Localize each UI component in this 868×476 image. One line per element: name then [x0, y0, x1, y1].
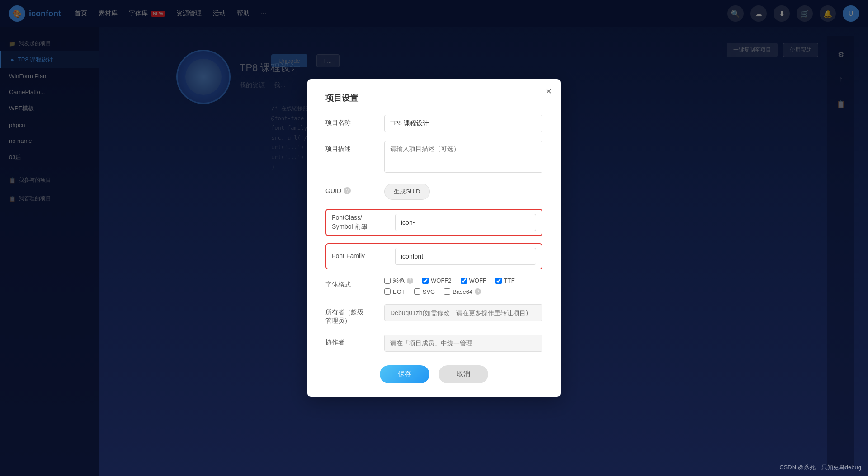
checkbox-base64-input[interactable]: [444, 288, 450, 295]
checkbox-woff2-input[interactable]: [422, 278, 429, 284]
collaborator-row: 协作者: [326, 335, 542, 352]
checkbox-woff-input[interactable]: [461, 278, 467, 284]
fontfamily-row-highlighted: Font Family: [326, 243, 542, 269]
checkbox-base64[interactable]: Base64 ?: [444, 288, 481, 295]
modal-close-button[interactable]: ×: [546, 86, 552, 96]
project-desc-row: 项目描述: [326, 141, 542, 174]
checkbox-svg[interactable]: SVG: [414, 288, 435, 295]
save-button[interactable]: 保存: [380, 365, 429, 383]
fontclass-input[interactable]: [395, 214, 536, 231]
checkbox-ttf[interactable]: TTF: [495, 277, 515, 285]
modal-overlay: × 项目设置 项目名称 项目描述 GUID ? 生成GUID: [0, 0, 868, 476]
owner-input: [384, 304, 542, 321]
base64-help-icon[interactable]: ?: [475, 288, 481, 295]
checkbox-color-input[interactable]: [384, 278, 391, 284]
collaborator-input: [384, 335, 542, 352]
owner-control: [384, 304, 542, 321]
guid-row: GUID ? 生成GUID: [326, 184, 542, 200]
project-desc-label: 项目描述: [326, 141, 384, 154]
fontfamily-label: Font Family: [332, 252, 391, 261]
watermark: CSDN @杀死一只知更鸟debug: [779, 463, 861, 471]
collaborator-label: 协作者: [326, 335, 384, 347]
guid-help-icon[interactable]: ?: [344, 187, 351, 194]
project-name-control: [384, 115, 542, 132]
modal-title: 项目设置: [326, 93, 542, 104]
guid-label-container: GUID ?: [326, 184, 384, 194]
fontclass-row-highlighted: FontClass/ Symbol 前缀: [326, 209, 542, 236]
color-help-icon[interactable]: ?: [407, 278, 413, 284]
fontfamily-input[interactable]: [395, 248, 536, 265]
guid-control: 生成GUID: [384, 184, 542, 200]
checkbox-svg-input[interactable]: [414, 288, 420, 295]
font-format-label: 字体格式: [326, 277, 384, 289]
fontfamily-control: [395, 248, 536, 265]
owner-row: 所有者（超级 管理员）: [326, 304, 542, 325]
generate-guid-button[interactable]: 生成GUID: [384, 184, 430, 200]
project-desc-control: [384, 141, 542, 174]
project-name-label: 项目名称: [326, 115, 384, 127]
modal-actions: 保存 取消: [326, 365, 542, 383]
checkbox-woff[interactable]: WOFF: [461, 277, 486, 285]
settings-modal: × 项目设置 项目名称 项目描述 GUID ? 生成GUID: [307, 79, 561, 396]
checkbox-group: 彩色 ? WOFF2 WOFF TTF: [384, 277, 542, 295]
font-format-control: 彩色 ? WOFF2 WOFF TTF: [384, 277, 542, 295]
font-format-row: 字体格式 彩色 ? WOFF2 WOFF: [326, 277, 542, 295]
checkbox-woff2[interactable]: WOFF2: [422, 277, 452, 285]
checkbox-eot-input[interactable]: [384, 288, 391, 295]
cancel-button[interactable]: 取消: [439, 365, 488, 383]
checkbox-color[interactable]: 彩色 ?: [384, 277, 413, 285]
project-name-row: 项目名称: [326, 115, 542, 132]
owner-label: 所有者（超级 管理员）: [326, 304, 384, 325]
project-name-input[interactable]: [384, 115, 542, 132]
checkbox-eot[interactable]: EOT: [384, 288, 405, 295]
project-desc-textarea[interactable]: [384, 141, 542, 173]
collaborator-control: [384, 335, 542, 352]
fontclass-control: [395, 214, 536, 231]
fontclass-label: FontClass/ Symbol 前缀: [332, 213, 391, 231]
checkbox-ttf-input[interactable]: [495, 278, 502, 284]
